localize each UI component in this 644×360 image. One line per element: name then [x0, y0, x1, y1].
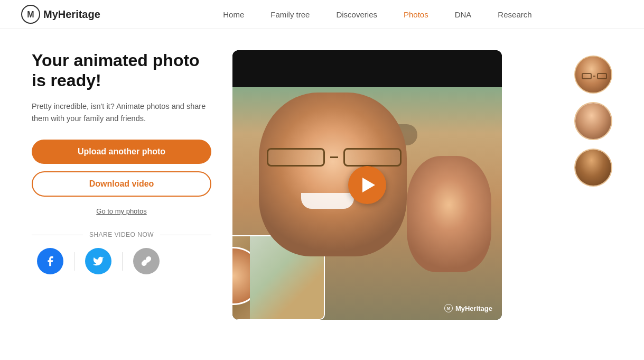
- nav-research[interactable]: Research: [498, 10, 531, 19]
- smile: [301, 193, 354, 209]
- headline: Your animated photo is ready!: [32, 50, 211, 91]
- share-label: SHARE VIDEO NOW: [89, 231, 154, 238]
- svg-text:M: M: [447, 307, 450, 311]
- divider-line-left: [32, 235, 83, 235]
- right-panel: [574, 50, 612, 187]
- main-content: Your animated photo is ready! Pretty inc…: [0, 29, 644, 341]
- divider-line-right: [160, 235, 211, 235]
- play-button[interactable]: [348, 166, 386, 204]
- main-nav: Home Family tree Discoveries Photos DNA …: [132, 10, 623, 19]
- video-top-bar: [232, 50, 502, 87]
- twitter-icon: [92, 255, 104, 267]
- thumbnail-avatar-3[interactable]: [574, 149, 612, 187]
- logo-icon: M: [21, 5, 40, 24]
- facebook-share-button[interactable]: [37, 248, 63, 274]
- watermark-logo-icon: M: [444, 304, 453, 312]
- left-panel: Your animated photo is ready! Pretty inc…: [32, 50, 211, 274]
- nav-home[interactable]: Home: [223, 10, 244, 19]
- nav-dna[interactable]: DNA: [455, 10, 472, 19]
- download-video-button[interactable]: Download video: [32, 171, 211, 197]
- face-right: [407, 156, 491, 272]
- nav-photos[interactable]: Photos: [404, 10, 428, 19]
- share-sep-1: [74, 252, 74, 271]
- header: M MyHeritage Home Family tree Discoverie…: [0, 0, 644, 29]
- facebook-icon: [44, 255, 56, 267]
- svg-text:M: M: [27, 10, 34, 19]
- copy-link-button[interactable]: [133, 248, 160, 274]
- share-sep-2: [122, 252, 123, 271]
- goto-my-photos-link[interactable]: Go to my photos: [32, 207, 211, 215]
- share-divider: SHARE VIDEO NOW: [32, 231, 211, 238]
- share-buttons: [32, 248, 211, 274]
- play-triangle-icon: [362, 178, 375, 192]
- link-icon: [141, 255, 152, 267]
- logo[interactable]: M MyHeritage: [21, 5, 100, 24]
- glasses: [267, 148, 404, 167]
- thumbnail-avatar-1[interactable]: [574, 56, 612, 94]
- upload-another-photo-button[interactable]: Upload another photo: [32, 140, 211, 164]
- share-section: SHARE VIDEO NOW: [32, 231, 211, 274]
- watermark-text: MyHeritage: [455, 304, 492, 312]
- thumbnail-avatar-2[interactable]: [574, 102, 612, 140]
- subtitle: Pretty incredible, isn't it? Animate pho…: [32, 100, 211, 125]
- video-container[interactable]: M MyHeritage: [232, 50, 502, 320]
- nav-discoveries[interactable]: Discoveries: [336, 10, 377, 19]
- twitter-share-button[interactable]: [85, 248, 111, 274]
- face-main: [259, 93, 407, 256]
- nav-family-tree[interactable]: Family tree: [270, 10, 310, 19]
- center-panel: M MyHeritage: [232, 50, 553, 320]
- watermark: M MyHeritage: [444, 304, 492, 312]
- logo-text: MyHeritage: [43, 8, 100, 21]
